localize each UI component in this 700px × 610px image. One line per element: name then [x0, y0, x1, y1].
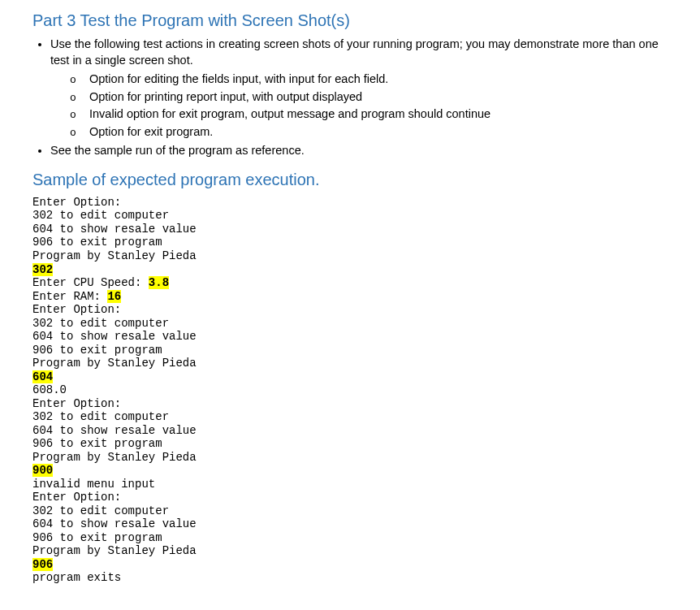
heading-part3: Part 3 Test the Program with Screen Shot…: [32, 10, 668, 32]
user-input-906: 906: [32, 558, 53, 571]
code-line: program exits: [32, 571, 121, 584]
code-line: 604 to show resale value: [32, 223, 197, 236]
sub-item-3: Invalid option for exit program, output …: [89, 106, 668, 123]
user-input-604: 604: [32, 370, 53, 383]
sub-item-2: Option for printing report input, with o…: [89, 89, 668, 106]
code-line: Program by Stanley Pieda: [32, 357, 197, 370]
code-line: 906 to exit program: [32, 236, 162, 249]
code-line: 906 to exit program: [32, 344, 162, 357]
code-line: Enter Option:: [32, 397, 121, 410]
instruction-main-text: Use the following test actions in creati…: [50, 37, 659, 67]
code-line: 302 to edit computer: [32, 209, 169, 222]
code-line: invalid menu input: [32, 478, 155, 491]
user-input-302: 302: [32, 263, 53, 276]
sub-instructions: Option for editing the fields input, wit…: [50, 71, 668, 140]
code-line: Program by Stanley Pieda: [32, 544, 197, 557]
user-input-cpu: 3.8: [149, 276, 169, 289]
code-line: Enter CPU Speed:: [32, 276, 149, 289]
heading-sample: Sample of expected program execution.: [32, 169, 668, 191]
code-line: 604 to show resale value: [32, 517, 197, 530]
code-line: 302 to edit computer: [32, 504, 169, 517]
code-line: Enter RAM:: [32, 290, 107, 303]
code-line: 906 to exit program: [32, 531, 162, 544]
code-line: Program by Stanley Pieda: [32, 249, 197, 262]
code-line: Enter Option:: [32, 196, 121, 209]
user-input-ram: 16: [107, 290, 121, 303]
user-input-900: 900: [32, 464, 53, 477]
code-line: 906 to exit program: [32, 437, 162, 450]
instruction-main: Use the following test actions in creati…: [50, 37, 668, 140]
sample-output: Enter Option: 302 to edit computer 604 t…: [32, 196, 668, 585]
code-line: Enter Option:: [32, 303, 121, 316]
instructions-list: Use the following test actions in creati…: [32, 37, 668, 159]
sub-item-1: Option for editing the fields input, wit…: [89, 71, 668, 88]
code-line: Program by Stanley Pieda: [32, 451, 197, 464]
code-line: 302 to edit computer: [32, 317, 169, 330]
instruction-reference: See the sample run of the program as ref…: [50, 143, 668, 159]
code-line: 604 to show resale value: [32, 424, 197, 437]
code-line: 302 to edit computer: [32, 410, 169, 423]
sub-item-4: Option for exit program.: [89, 124, 668, 141]
code-line: 608.0: [32, 383, 67, 396]
code-line: 604 to show resale value: [32, 330, 197, 343]
code-line: Enter Option:: [32, 491, 121, 504]
